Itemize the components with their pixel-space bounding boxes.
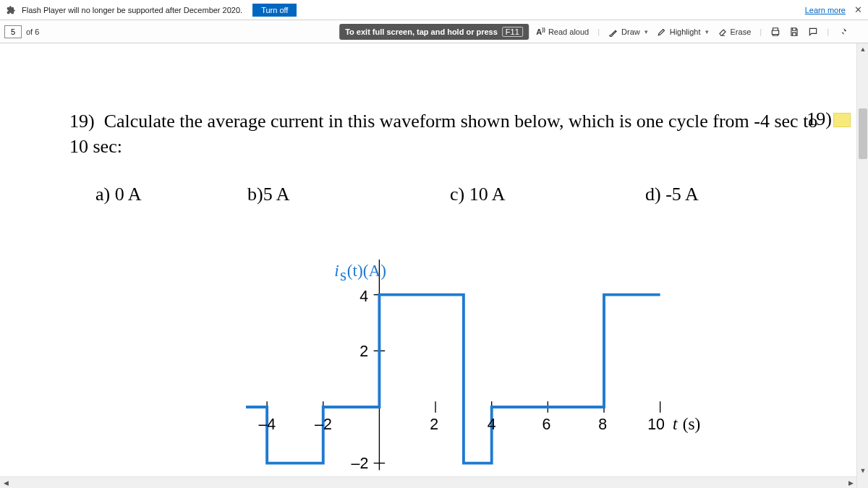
answer-highlight xyxy=(833,113,851,127)
chevron-down-icon: ▾ xyxy=(644,28,648,35)
draw-button[interactable]: Draw ▾ xyxy=(608,27,648,37)
pdf-toolbar: of 6 To exit full screen, tap and hold o… xyxy=(0,20,868,43)
fullscreen-hint: To exit full screen, tap and hold or pre… xyxy=(339,24,529,40)
ytick-2: 2 xyxy=(359,343,368,360)
xtick-m4: –4 xyxy=(258,416,276,433)
print-icon[interactable] xyxy=(770,27,780,37)
erase-label: Erase xyxy=(731,27,752,36)
close-icon[interactable]: ✕ xyxy=(854,4,862,15)
question-body: Calculate the average current in this wa… xyxy=(69,111,817,157)
y-axis-label: (t)(A) xyxy=(347,261,386,280)
read-aloud-button[interactable]: A)) Read aloud xyxy=(536,27,589,36)
choice-a: a) 0 A xyxy=(95,184,247,205)
choice-c: c) 10 A xyxy=(450,184,645,205)
ytick-m2: –2 xyxy=(352,455,369,472)
xtick-m2: –2 xyxy=(315,416,332,433)
answer-choices: a) 0 A b)5 A c) 10 A d) -5 A xyxy=(69,184,825,205)
document-canvas: 19) Calculate the average current in thi… xyxy=(0,43,868,488)
highlight-label: Highlight xyxy=(670,27,701,36)
draw-label: Draw xyxy=(621,27,640,36)
svg-text:s: s xyxy=(340,265,346,284)
choice-b: b)5 A xyxy=(247,184,450,205)
toolbar-separator: | xyxy=(827,27,829,36)
toolbar-separator: | xyxy=(597,27,600,36)
page-count-label: of 6 xyxy=(26,27,39,36)
highlight-button[interactable]: Highlight ▾ xyxy=(657,27,709,37)
save-icon[interactable] xyxy=(789,27,799,37)
xtick-10: 10 xyxy=(647,416,665,433)
choice-d: d) -5 A xyxy=(645,184,699,205)
svg-text:t: t xyxy=(673,414,678,433)
toolbar-separator: | xyxy=(760,27,762,36)
fullscreen-key: F11 xyxy=(502,27,523,37)
horizontal-scrollbar[interactable]: ◀ ▶ xyxy=(0,476,856,488)
annotate-icon[interactable] xyxy=(808,27,818,37)
question-number: 19) xyxy=(69,111,95,132)
ytick-4: 4 xyxy=(359,288,368,305)
learn-more-link[interactable]: Learn more xyxy=(805,6,846,14)
scroll-thumb[interactable] xyxy=(859,108,867,159)
question-number-right: 19) xyxy=(807,108,832,130)
xtick-4: 4 xyxy=(488,416,496,433)
flash-message: Flash Player will no longer be supported… xyxy=(22,6,242,14)
question-text: 19) Calculate the average current in thi… xyxy=(69,108,825,159)
scroll-up-icon[interactable]: ▲ xyxy=(857,43,868,55)
scroll-down-icon[interactable]: ▼ xyxy=(857,465,868,476)
xtick-6: 6 xyxy=(542,416,551,433)
turn-off-button[interactable]: Turn off xyxy=(252,4,297,17)
scroll-right-icon[interactable]: ▶ xyxy=(845,477,856,488)
svg-text:i: i xyxy=(334,261,339,280)
xtick-2: 2 xyxy=(430,416,438,433)
puzzle-icon xyxy=(6,5,16,15)
waveform-plot: i s (t)(A) 4 2 –2 –4 –2 2 4 6 8 10 t (s) xyxy=(239,239,731,477)
pin-icon[interactable] xyxy=(838,27,848,37)
scroll-left-icon[interactable]: ◀ xyxy=(0,477,12,488)
erase-button[interactable]: Erase xyxy=(718,27,752,37)
xtick-8: 8 xyxy=(598,416,607,433)
svg-text:(s): (s) xyxy=(683,414,701,433)
toolbar-right: | A)) Read aloud | Draw ▾ Highlight ▾ Er… xyxy=(469,27,868,37)
read-aloud-label: Read aloud xyxy=(548,27,589,36)
fullscreen-hint-text: To exit full screen, tap and hold or pre… xyxy=(345,27,498,36)
question-block: 19) Calculate the average current in thi… xyxy=(69,108,825,205)
vertical-scrollbar[interactable]: ▲ ▼ xyxy=(856,43,868,488)
page-number-input[interactable] xyxy=(4,25,22,38)
chevron-down-icon: ▾ xyxy=(705,28,709,35)
flash-notification-bar: Flash Player will no longer be supported… xyxy=(0,0,868,20)
